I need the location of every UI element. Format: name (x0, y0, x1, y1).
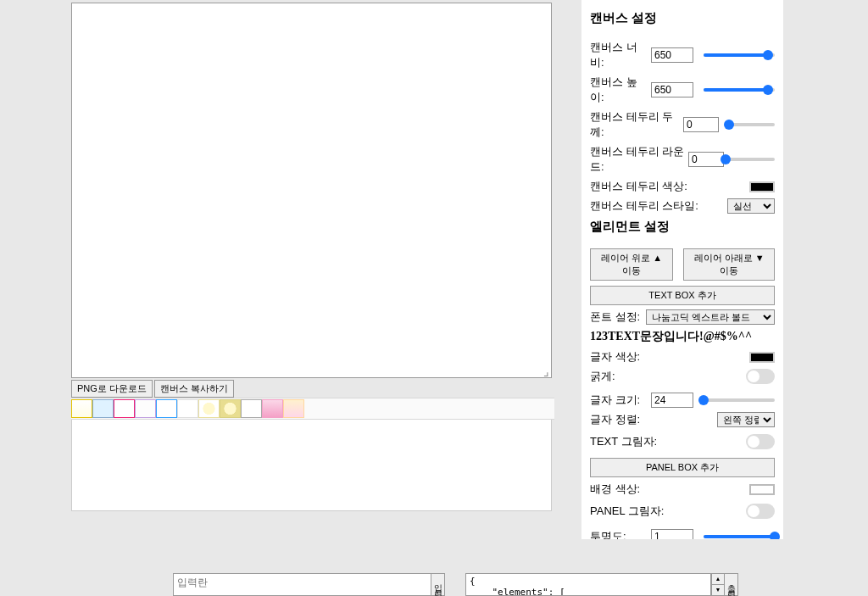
canvas-height-input[interactable] (651, 82, 693, 97)
panel-shadow-label: PANEL 그림자: (590, 504, 664, 519)
bg-color-swatch[interactable] (749, 484, 775, 495)
template-thumb[interactable] (220, 399, 241, 418)
template-thumb[interactable] (262, 399, 283, 418)
resize-handle[interactable]: ⌟ (541, 367, 549, 376)
element-settings-heading: 엘리먼트 설정 (590, 219, 775, 235)
text-color-swatch[interactable] (749, 352, 775, 363)
opacity-slider[interactable] (704, 530, 775, 539)
canvas-border-width-input[interactable] (683, 117, 719, 132)
font-size-slider[interactable] (704, 393, 775, 407)
font-size-label: 글자 크기: (590, 393, 651, 408)
output-submit-button[interactable]: 출력 (725, 573, 738, 596)
template-thumb[interactable] (177, 399, 198, 418)
canvas-settings-heading: 캔버스 설정 (590, 10, 775, 26)
template-thumbnails (71, 398, 554, 420)
font-label: 폰트 설정: (590, 309, 643, 325)
template-thumb[interactable] (114, 399, 135, 418)
settings-panel: 캔버스 설정 캔버스 너비: 캔버스 높이: 캔버스 테두리 두께: 캔버스 테… (581, 0, 783, 539)
blank-panel (71, 420, 552, 511)
opacity-label: 투명도: (590, 529, 651, 539)
png-download-button[interactable]: PNG로 다운로드 (71, 380, 153, 398)
template-thumb[interactable] (135, 399, 156, 418)
canvas-height-label: 캔버스 높이: (590, 75, 651, 105)
canvas-width-label: 캔버스 너비: (590, 40, 651, 70)
layer-up-button[interactable]: 레이어 위로 ▲ 이동 (590, 248, 673, 281)
canvas-width-input[interactable] (651, 47, 693, 63)
canvas-border-width-label: 캔버스 테두리 두께: (590, 109, 683, 140)
textarea-spinner[interactable]: ▲▼ (711, 573, 725, 596)
input-textarea[interactable] (173, 573, 431, 596)
canvas-area[interactable]: ⌟ (71, 3, 552, 378)
canvas-height-slider[interactable] (704, 83, 775, 97)
canvas-border-color-swatch[interactable] (749, 181, 775, 192)
text-shadow-label: TEXT 그림자: (590, 434, 657, 449)
canvas-border-width-slider[interactable] (729, 118, 775, 131)
template-thumb[interactable] (241, 399, 262, 418)
canvas-border-style-select[interactable]: 실선 (727, 198, 775, 214)
canvas-border-round-label: 캔버스 테두리 라운드: (590, 144, 688, 175)
add-panelbox-button[interactable]: PANEL BOX 추가 (590, 458, 775, 477)
font-select[interactable]: 나눔고딕 엑스트라 볼드 (646, 309, 775, 325)
template-thumb[interactable] (156, 399, 177, 418)
canvas-width-slider[interactable] (704, 48, 775, 62)
text-color-label: 글자 색상: (590, 349, 640, 365)
canvas-border-round-slider[interactable] (726, 153, 775, 166)
copy-canvas-button[interactable]: 캔버스 복사하기 (154, 380, 234, 398)
template-thumb[interactable] (71, 399, 92, 418)
text-shadow-toggle[interactable] (746, 434, 775, 449)
font-sample-text: 123TEXT문장입니다!@#$%^^ (590, 329, 775, 344)
panel-shadow-toggle[interactable] (746, 504, 775, 519)
template-thumb[interactable] (283, 399, 304, 418)
align-label: 글자 정렬: (590, 412, 640, 427)
canvas-border-round-input[interactable] (688, 152, 724, 167)
bg-color-label: 배경 색상: (590, 482, 640, 497)
bold-toggle[interactable] (746, 369, 775, 384)
canvas-border-color-label: 캔버스 테두리 색상: (590, 179, 687, 194)
input-submit-button[interactable]: 입력 (431, 573, 445, 596)
template-thumb[interactable] (92, 399, 114, 418)
align-select[interactable]: 왼쪽 정렬 (717, 412, 775, 427)
font-size-input[interactable] (651, 393, 693, 408)
add-textbox-button[interactable]: TEXT BOX 추가 (590, 286, 775, 305)
canvas-border-style-label: 캔버스 테두리 스타일: (590, 198, 698, 214)
template-thumb[interactable] (198, 399, 220, 418)
spinner-up-icon[interactable]: ▲ (711, 574, 725, 585)
bold-label: 굵게: (590, 369, 615, 384)
output-textarea[interactable] (465, 573, 711, 596)
opacity-input[interactable] (651, 529, 693, 539)
spinner-down-icon[interactable]: ▼ (711, 585, 725, 595)
layer-down-button[interactable]: 레이어 아래로 ▼ 이동 (683, 248, 775, 281)
